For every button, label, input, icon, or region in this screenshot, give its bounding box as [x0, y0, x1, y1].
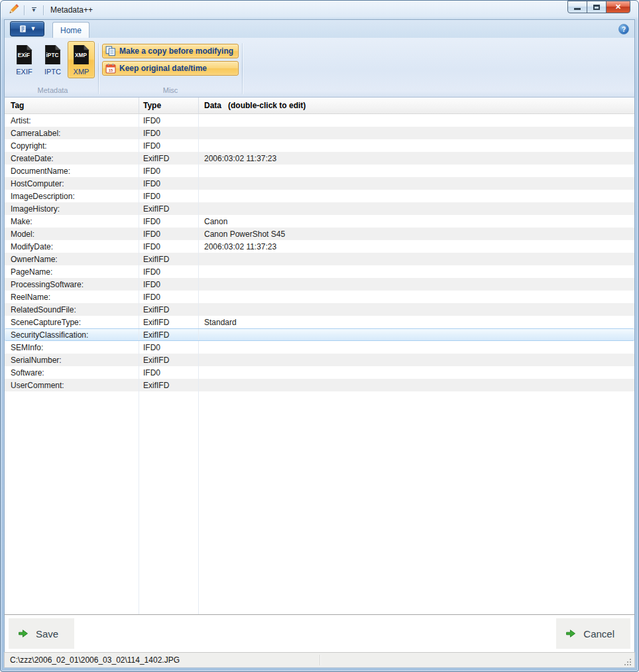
type-cell: ExifIFD — [139, 303, 199, 316]
table-row[interactable]: Software: IFD0 — [5, 366, 634, 379]
table-row[interactable]: CameraLabel: IFD0 — [5, 127, 634, 139]
type-cell: ExifIFD — [139, 379, 199, 391]
green-arrow-icon — [565, 628, 576, 639]
table-row[interactable]: ProcessingSoftware: IFD0 — [5, 278, 634, 291]
tag-cell: ImageDescription: — [5, 190, 139, 202]
title-bar: ▼ Metadata++ — [1, 1, 638, 19]
app-icon[interactable] — [7, 3, 20, 17]
tag-cell: CameraLabel: — [5, 127, 139, 139]
type-cell: IFD0 — [139, 265, 199, 278]
tag-cell: ProcessingSoftware: — [5, 278, 139, 291]
table-row[interactable]: SEMInfo: IFD0 — [5, 341, 634, 354]
keep-date-toggle[interactable]: 15 Keep original date/time — [102, 61, 239, 76]
tag-cell: CreateDate: — [5, 152, 139, 165]
type-cell: IFD0 — [139, 240, 199, 253]
tag-cell: Model: — [5, 228, 139, 240]
iptc-document-icon: iPTC — [44, 44, 62, 65]
close-button[interactable]: ✕ — [606, 1, 630, 13]
group-separator — [98, 43, 99, 94]
tag-cell: DocumentName: — [5, 165, 139, 177]
save-button[interactable]: Save — [9, 618, 74, 649]
exif-document-icon: EXiF — [15, 44, 33, 65]
help-button[interactable]: ? — [618, 24, 629, 34]
svg-text:15: 15 — [109, 68, 113, 72]
data-cell[interactable]: Canon — [199, 217, 634, 226]
tag-cell: SerialNumber: — [5, 354, 139, 366]
table-row[interactable]: SerialNumber: ExifIFD — [5, 354, 634, 366]
quick-access-dropdown-button[interactable]: ▼ — [29, 5, 39, 15]
calendar-icon: 15 — [105, 63, 116, 74]
status-bar: C:\zzz\2006_02_01\2006_03_02\114_1402.JP… — [4, 652, 635, 668]
data-cell[interactable]: Standard — [199, 318, 634, 327]
data-cell[interactable]: 2006:03:02 11:37:23 — [199, 154, 634, 163]
table-row[interactable]: ImageHistory: ExifIFD — [5, 202, 634, 215]
titlebar-separator — [24, 5, 25, 15]
table-row[interactable]: PageName: IFD0 — [5, 265, 634, 278]
tag-cell: SceneCaptureType: — [5, 316, 139, 328]
table-row[interactable]: ReelName: IFD0 — [5, 291, 634, 303]
maximize-button[interactable] — [587, 1, 607, 13]
table-row[interactable]: CreateDate: ExifIFD 2006:03:02 11:37:23 — [5, 152, 634, 165]
type-cell: IFD0 — [139, 215, 199, 228]
table-row[interactable]: HostComputer: IFD0 — [5, 177, 634, 190]
column-header-type[interactable]: Type — [139, 98, 199, 113]
tag-cell: RelatedSoundFile: — [5, 303, 139, 316]
minimize-button[interactable] — [567, 1, 587, 13]
svg-text:EXiF: EXiF — [18, 52, 30, 58]
data-cell[interactable]: 2006:03:02 11:37:23 — [199, 242, 634, 251]
chevron-down-icon: ▼ — [31, 9, 36, 13]
tag-cell: Artist: — [5, 114, 139, 127]
chevron-down-icon: ▼ — [30, 26, 36, 32]
exif-button[interactable]: EXiF EXIF — [11, 41, 38, 78]
table-row[interactable]: SecurityClassification: ExifIFD — [5, 328, 634, 341]
statusbar-divider — [320, 655, 320, 665]
tag-cell: HostComputer: — [5, 177, 139, 190]
metadata-table: Tag Type Data (double-click to edit) Art… — [4, 98, 635, 614]
copy-icon — [105, 46, 116, 56]
table-row[interactable]: Model: IFD0 Canon PowerShot S45 — [5, 228, 634, 240]
action-button-bar: Save Cancel — [4, 614, 635, 652]
group-label-misc: Misc — [102, 84, 239, 97]
table-row[interactable]: SceneCaptureType: ExifIFD Standard — [5, 316, 634, 328]
column-header-tag[interactable]: Tag — [5, 98, 139, 113]
tag-cell: SEMInfo: — [5, 341, 139, 354]
tag-cell: Copyright: — [5, 139, 139, 152]
window-controls: ✕ — [568, 1, 630, 13]
svg-text:iPTC: iPTC — [46, 52, 59, 58]
table-row[interactable]: ModifyDate: IFD0 2006:03:02 11:37:23 — [5, 240, 634, 253]
window-title: Metadata++ — [50, 5, 93, 15]
table-row[interactable]: DocumentName: IFD0 — [5, 165, 634, 177]
table-row[interactable]: RelatedSoundFile: ExifIFD — [5, 303, 634, 316]
iptc-button[interactable]: iPTC IPTC — [39, 41, 66, 78]
resize-grip-icon[interactable] — [624, 657, 632, 665]
application-menu-button[interactable]: ▼ — [10, 21, 44, 36]
table-header: Tag Type Data (double-click to edit) — [5, 98, 634, 114]
table-row[interactable]: OwnerName: ExifIFD — [5, 253, 634, 265]
tag-cell: OwnerName: — [5, 253, 139, 265]
type-cell: IFD0 — [139, 341, 199, 354]
table-row[interactable]: UserComment: ExifIFD — [5, 379, 634, 391]
tab-home[interactable]: Home — [52, 22, 89, 38]
table-body: Artist: IFD0 CameraLabel: IFD0 Copyright… — [5, 114, 634, 391]
green-arrow-icon — [18, 628, 29, 639]
table-row[interactable]: Copyright: IFD0 — [5, 139, 634, 152]
table-row[interactable]: Make: IFD0 Canon — [5, 215, 634, 228]
data-cell[interactable]: Canon PowerShot S45 — [199, 230, 634, 239]
tag-cell: ModifyDate: — [5, 240, 139, 253]
table-empty-area — [5, 391, 634, 614]
ribbon-group-misc: Make a copy before modifying 15 Keep ori… — [100, 40, 241, 97]
tag-cell: PageName: — [5, 265, 139, 278]
cancel-button[interactable]: Cancel — [556, 618, 630, 649]
column-header-data[interactable]: Data (double-click to edit) — [199, 98, 634, 113]
make-copy-toggle[interactable]: Make a copy before modifying — [102, 44, 239, 58]
group-separator — [242, 43, 243, 94]
xmp-document-icon: XMP — [72, 44, 90, 65]
document-list-icon — [19, 25, 27, 33]
xmp-button[interactable]: XMP XMP — [68, 41, 95, 78]
ribbon: EXiF EXIF iPTC IPTC XMP — [4, 38, 635, 98]
app-window: ▼ Metadata++ ✕ ▼ Home ? — [0, 0, 639, 672]
tag-cell: Software: — [5, 366, 139, 379]
table-row[interactable]: ImageDescription: IFD0 — [5, 190, 634, 202]
table-row[interactable]: Artist: IFD0 — [5, 114, 634, 127]
file-path-text: C:\zzz\2006_02_01\2006_03_02\114_1402.JP… — [10, 655, 180, 665]
